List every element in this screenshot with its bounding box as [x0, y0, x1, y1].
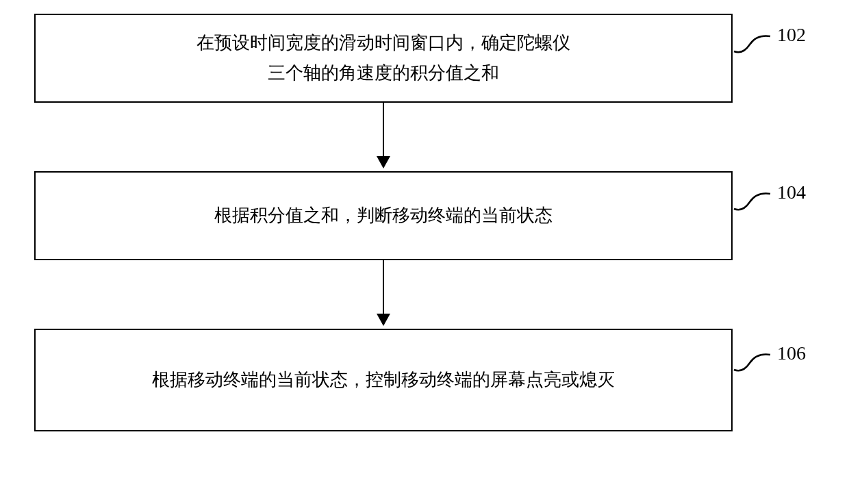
- arrow-102-to-104: [34, 103, 733, 171]
- step-102-text-line2: 三个轴的角速度的积分值之和: [268, 58, 499, 88]
- arrow-104-to-106: [34, 260, 733, 329]
- step-label-104: 104: [777, 181, 806, 203]
- step-box-106: 根据移动终端的当前状态，控制移动终端的屏幕点亮或熄灭: [34, 329, 733, 431]
- step-102-text-line1: 在预设时间宽度的滑动时间窗口内，确定陀螺仪: [197, 28, 570, 58]
- flowchart-container: 在预设时间宽度的滑动时间窗口内，确定陀螺仪 三个轴的角速度的积分值之和 102 …: [34, 14, 787, 431]
- step-106-text-line1: 根据移动终端的当前状态，控制移动终端的屏幕点亮或熄灭: [152, 365, 615, 395]
- label-connector-102: [733, 31, 774, 58]
- label-connector-106: [733, 349, 774, 377]
- step-box-104: 根据积分值之和，判断移动终端的当前状态: [34, 171, 733, 260]
- step-label-102: 102: [777, 24, 806, 46]
- arrow-line: [383, 103, 384, 158]
- arrow-line: [383, 260, 384, 315]
- label-connector-104: [733, 188, 774, 216]
- step-104-text-line1: 根据积分值之和，判断移动终端的当前状态: [214, 201, 553, 231]
- step-label-106: 106: [777, 342, 806, 364]
- step-box-102: 在预设时间宽度的滑动时间窗口内，确定陀螺仪 三个轴的角速度的积分值之和: [34, 14, 733, 103]
- arrow-head-icon: [377, 156, 390, 168]
- arrow-head-icon: [377, 314, 390, 326]
